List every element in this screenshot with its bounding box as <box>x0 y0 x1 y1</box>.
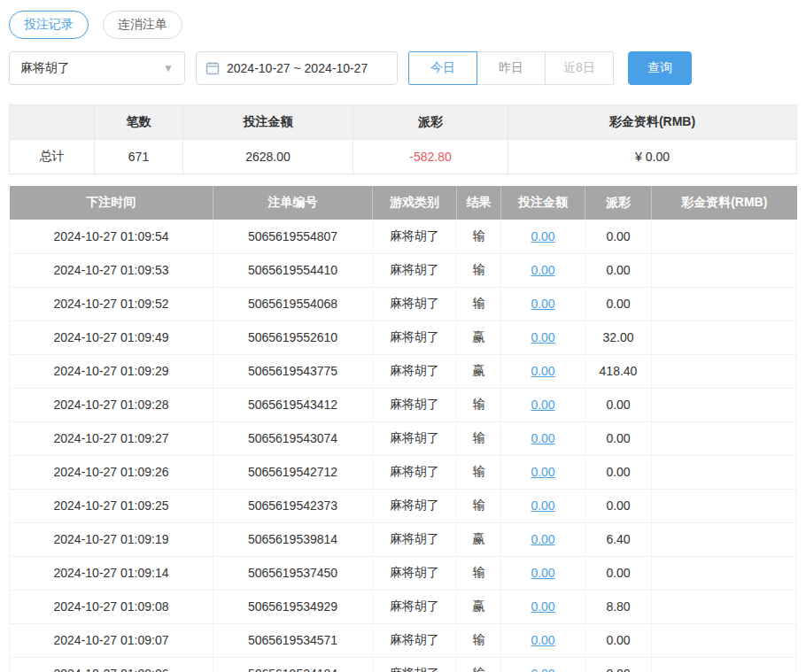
bet-time-cell: 2024-10-27 01:09:27 <box>10 421 213 455</box>
result-cell: 输 <box>457 220 501 253</box>
bet-amount-link[interactable]: 0.00 <box>531 263 554 277</box>
table-row: 2024-10-27 01:09:285065619543412麻将胡了输0.0… <box>10 388 797 421</box>
bet-time-cell: 2024-10-27 01:09:25 <box>10 489 213 522</box>
bet-time-cell: 2024-10-27 01:09:29 <box>10 354 213 388</box>
bet-amount-link[interactable]: 0.00 <box>531 431 554 445</box>
order-number-cell: 5065619534184 <box>213 657 373 672</box>
bet-amount-cell: 0.00 <box>501 489 585 522</box>
game-type-cell: 麻将胡了 <box>373 287 457 321</box>
calendar-icon <box>205 61 220 75</box>
table-row: 2024-10-27 01:09:525065619554068麻将胡了输0.0… <box>10 287 797 321</box>
payout-cell: 0.00 <box>585 455 652 489</box>
bet-amount-link[interactable]: 0.00 <box>531 297 554 311</box>
table-row: 2024-10-27 01:09:065065619534184麻将胡了输0.0… <box>10 657 797 672</box>
bet-amount-cell: 0.00 <box>501 253 585 287</box>
bet-amount-cell: 0.00 <box>501 354 585 388</box>
summary-header-jackpot: 彩金资料(RMB) <box>508 105 797 140</box>
bet-amount-link[interactable]: 0.00 <box>531 229 554 243</box>
payout-cell: 0.00 <box>585 220 652 253</box>
result-cell: 输 <box>457 421 501 455</box>
betting-records-page: 投注记录 连消注单 麻将胡了 ▼ 2024-10-27 ~ 2024-10-27… <box>0 0 806 672</box>
jackpot-cell <box>652 287 797 321</box>
bet-time-cell: 2024-10-27 01:09:49 <box>10 321 213 354</box>
order-number-cell: 5065619539814 <box>213 522 373 556</box>
query-button[interactable]: 查询 <box>628 51 692 85</box>
bet-amount-cell: 0.00 <box>501 388 585 421</box>
table-row: 2024-10-27 01:09:085065619534929麻将胡了赢0.0… <box>10 590 797 623</box>
summary-total-payout: -582.80 <box>353 140 508 174</box>
jackpot-cell <box>652 590 797 623</box>
summary-header-row: 笔数 投注金额 派彩 彩金资料(RMB) <box>10 105 797 140</box>
summary-total-count: 671 <box>95 140 183 174</box>
yesterday-button[interactable]: 昨日 <box>477 51 546 85</box>
game-select[interactable]: 麻将胡了 ▼ <box>9 51 185 85</box>
bet-amount-cell: 0.00 <box>501 590 585 623</box>
result-cell: 输 <box>457 489 501 522</box>
table-row: 2024-10-27 01:09:545065619554807麻将胡了输0.0… <box>10 220 797 253</box>
order-number-cell: 5065619552610 <box>213 321 373 354</box>
bet-amount-link[interactable]: 0.00 <box>531 667 554 672</box>
payout-cell: 6.40 <box>585 522 652 556</box>
bet-time-cell: 2024-10-27 01:09:19 <box>10 522 213 556</box>
bet-amount-link[interactable]: 0.00 <box>531 330 554 344</box>
jackpot-cell <box>652 388 797 421</box>
bet-amount-cell: 0.00 <box>501 321 585 354</box>
bet-amount-link[interactable]: 0.00 <box>531 465 554 479</box>
header-jackpot: 彩金资料(RMB) <box>652 186 797 220</box>
bet-amount-link[interactable]: 0.00 <box>531 633 554 647</box>
bet-amount-link[interactable]: 0.00 <box>531 532 554 546</box>
result-cell: 赢 <box>457 522 501 556</box>
result-cell: 输 <box>457 556 501 590</box>
summary-header-blank <box>10 105 95 140</box>
order-number-cell: 5065619543074 <box>213 421 373 455</box>
jackpot-cell <box>652 220 797 253</box>
payout-cell: 0.00 <box>585 253 652 287</box>
payout-cell: 0.00 <box>585 421 652 455</box>
header-result: 结果 <box>457 186 501 220</box>
tab-cancelled-orders[interactable]: 连消注单 <box>103 11 182 39</box>
bet-amount-link[interactable]: 0.00 <box>531 599 554 614</box>
payout-cell: 0.00 <box>585 657 652 672</box>
records-table: 下注时间 注单编号 游戏类别 结果 投注金额 派彩 彩金资料(RMB) 2024… <box>9 186 797 672</box>
bet-amount-cell: 0.00 <box>501 556 585 590</box>
order-number-cell: 5065619542712 <box>213 455 373 489</box>
payout-cell: 0.00 <box>585 556 652 590</box>
game-type-cell: 麻将胡了 <box>373 354 457 388</box>
payout-cell: 0.00 <box>585 489 652 522</box>
game-type-cell: 麻将胡了 <box>373 421 457 455</box>
date-range-input[interactable]: 2024-10-27 ~ 2024-10-27 <box>196 51 398 85</box>
last-8-days-button[interactable]: 近8日 <box>545 51 614 85</box>
result-cell: 输 <box>457 253 501 287</box>
payout-cell: 32.00 <box>585 321 652 354</box>
jackpot-cell <box>652 321 797 354</box>
header-bet-amount: 投注金额 <box>501 186 585 220</box>
game-type-cell: 麻将胡了 <box>373 455 457 489</box>
header-bet-time: 下注时间 <box>10 186 213 220</box>
summary-total-row: 总计 671 2628.00 -582.80 ¥ 0.00 <box>10 140 797 174</box>
tabs-row: 投注记录 连消注单 <box>9 11 797 39</box>
table-row: 2024-10-27 01:09:075065619534571麻将胡了输0.0… <box>10 623 797 657</box>
jackpot-cell <box>652 657 797 672</box>
table-row: 2024-10-27 01:09:265065619542712麻将胡了输0.0… <box>10 455 797 489</box>
records-header-row: 下注时间 注单编号 游戏类别 结果 投注金额 派彩 彩金资料(RMB) <box>10 186 797 220</box>
game-type-cell: 麻将胡了 <box>373 657 457 672</box>
result-cell: 输 <box>457 455 501 489</box>
tab-betting-records[interactable]: 投注记录 <box>9 11 89 39</box>
jackpot-cell <box>652 354 797 388</box>
game-type-cell: 麻将胡了 <box>373 623 457 657</box>
table-row: 2024-10-27 01:09:495065619552610麻将胡了赢0.0… <box>10 321 797 354</box>
bet-amount-link[interactable]: 0.00 <box>531 566 554 580</box>
payout-cell: 0.00 <box>585 287 652 321</box>
bet-amount-link[interactable]: 0.00 <box>531 498 554 513</box>
summary-total-label: 总计 <box>10 140 95 174</box>
bet-amount-link[interactable]: 0.00 <box>531 364 554 378</box>
result-cell: 输 <box>457 388 501 421</box>
summary-header-bet-amount: 投注金额 <box>183 105 353 140</box>
jackpot-cell <box>652 522 797 556</box>
today-button[interactable]: 今日 <box>408 51 477 85</box>
result-cell: 赢 <box>457 590 501 623</box>
bet-amount-link[interactable]: 0.00 <box>531 398 554 412</box>
jackpot-cell <box>652 455 797 489</box>
bet-time-cell: 2024-10-27 01:09:06 <box>10 657 213 672</box>
bet-amount-cell: 0.00 <box>501 522 585 556</box>
